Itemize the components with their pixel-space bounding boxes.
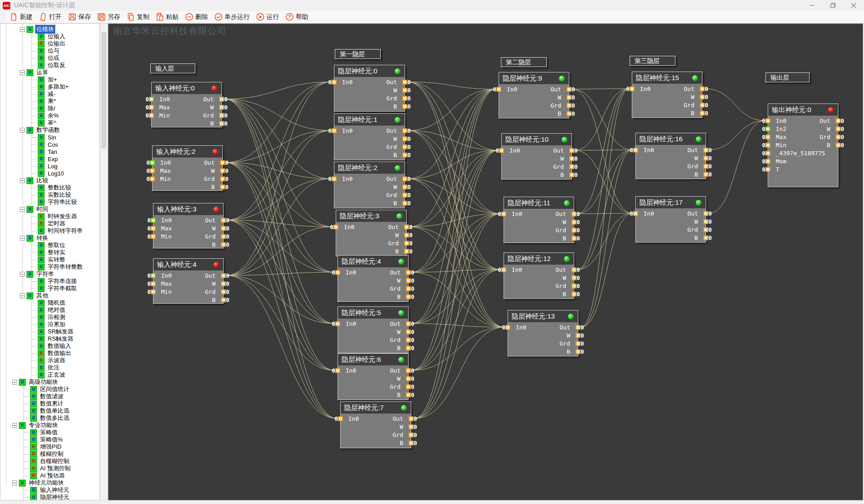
tree-item-沿累加[interactable]: U沿累加 xyxy=(32,321,99,328)
node-隐层神经元:0[interactable]: 隐层神经元:00In00Out0W0Grd0B xyxy=(334,65,405,112)
port-connector[interactable] xyxy=(700,103,705,108)
expand-toggle[interactable] xyxy=(20,178,25,183)
tree-item-加+[interactable]: U加+ xyxy=(32,76,99,83)
port-connector[interactable] xyxy=(404,249,409,254)
tree-item-Tan[interactable]: UTan xyxy=(32,148,99,155)
port-connector[interactable] xyxy=(404,241,409,246)
layer-label-第一隐层[interactable]: 第一隐层 xyxy=(335,49,381,59)
tree-item-专业功能块[interactable]: U专业功能块 xyxy=(0,422,99,429)
expand-toggle[interactable] xyxy=(12,423,17,428)
port-connector[interactable] xyxy=(569,172,574,177)
tree-item-整数比较[interactable]: U整数比较 xyxy=(32,184,99,191)
port-connector[interactable] xyxy=(700,94,705,99)
expand-toggle[interactable] xyxy=(12,380,17,385)
node-隐层神经元:5[interactable]: 隐层神经元:50In00Out0W0Grd0B xyxy=(338,306,409,353)
port-connector[interactable] xyxy=(572,292,576,297)
port-connector[interactable] xyxy=(703,156,708,161)
expand-toggle[interactable] xyxy=(20,272,25,277)
node-隐层神经元:9[interactable]: 隐层神经元:90In00Out0W0Grd0B xyxy=(499,72,569,118)
tree-item-Log10[interactable]: ULog10 xyxy=(32,170,99,177)
tree-item-字符串转整数[interactable]: U字符串转整数 xyxy=(32,263,99,270)
port-connector[interactable] xyxy=(402,176,407,181)
tree-item-字符串连接[interactable]: U字符串连接 xyxy=(32,278,99,285)
delete-button[interactable]: 删除 xyxy=(182,12,211,22)
port-connector[interactable] xyxy=(703,172,708,177)
step-run-button[interactable]: 单步运行 xyxy=(211,12,253,22)
port-connector[interactable] xyxy=(572,212,576,216)
port-connector[interactable] xyxy=(219,97,224,102)
port-connector[interactable] xyxy=(219,105,224,110)
port-connector[interactable] xyxy=(402,193,407,198)
port-connector[interactable] xyxy=(406,278,411,283)
port-connector[interactable] xyxy=(406,338,411,342)
port-connector[interactable] xyxy=(220,184,225,189)
tree-item-策略值[interactable]: U策略值 xyxy=(24,429,99,436)
tree-item-位取反[interactable]: U位取反 xyxy=(32,62,99,69)
port-connector[interactable] xyxy=(221,289,226,294)
expand-toggle[interactable] xyxy=(20,293,25,298)
port-connector[interactable] xyxy=(221,242,226,247)
port-connector[interactable] xyxy=(406,384,411,389)
port-connector[interactable] xyxy=(836,126,841,131)
tree-scrollbar[interactable] xyxy=(100,23,108,500)
port-connector[interactable] xyxy=(221,218,226,223)
port-connector[interactable] xyxy=(576,333,580,338)
tree-item-输入神经元[interactable]: U输入神经元 xyxy=(24,486,99,494)
port-connector[interactable] xyxy=(409,424,414,429)
tree-item-运算[interactable]: U运算 xyxy=(0,69,99,76)
node-输出神经元:0[interactable]: 输出神经元:00In00In20Max0Min0_4397e_51897750M… xyxy=(768,104,838,187)
tree-item-字符串比较[interactable]: U字符串比较 xyxy=(32,198,99,206)
port-connector[interactable] xyxy=(569,148,574,153)
tree-item-高级功能块[interactable]: U高级功能块 xyxy=(0,378,99,386)
tree-item-RS触发器[interactable]: URS触发器 xyxy=(32,335,99,342)
port-connector[interactable] xyxy=(409,441,414,446)
node-隐层神经元:11[interactable]: 隐层神经元:110In00Out0W0Grd0B xyxy=(504,197,574,243)
port-connector[interactable] xyxy=(569,164,574,169)
tree-item-增强PID[interactable]: R增强PID xyxy=(24,443,99,450)
port-connector[interactable] xyxy=(409,416,414,421)
toolbar-gripper[interactable] xyxy=(2,13,4,22)
tree-item-数值多比选[interactable]: U数值多比选 xyxy=(24,414,99,422)
port-connector[interactable] xyxy=(402,153,407,158)
tree-item-位输出[interactable]: R位输出 xyxy=(32,40,99,47)
port-connector[interactable] xyxy=(220,176,225,181)
port-connector[interactable] xyxy=(402,88,407,93)
port-connector[interactable] xyxy=(219,113,224,118)
node-隐层神经元:15[interactable]: 隐层神经元:150In00Out0W0Grd0B xyxy=(632,72,702,118)
tree-item-区间值统计[interactable]: U区间值统计 xyxy=(24,386,99,393)
tree-item-整转实[interactable]: U整转实 xyxy=(32,249,99,256)
layer-label-输入层[interactable]: 输入层 xyxy=(150,63,195,73)
port-connector[interactable] xyxy=(836,118,841,123)
tree-item-随机值[interactable]: U随机值 xyxy=(32,299,99,306)
tree-item-减-[interactable]: U减- xyxy=(32,90,99,98)
tree-item-字符串截取[interactable]: U字符串截取 xyxy=(32,285,99,292)
port-connector[interactable] xyxy=(406,368,411,373)
copy-button[interactable]: 复制 xyxy=(123,12,153,22)
tree-item-除/[interactable]: U除/ xyxy=(32,105,99,112)
port-connector[interactable] xyxy=(572,284,576,288)
tree-item-位输入[interactable]: U位输入 xyxy=(32,33,99,40)
node-隐层神经元:7[interactable]: 隐层神经元:70In00Out0W0Grd0B xyxy=(340,401,411,448)
expand-toggle[interactable] xyxy=(20,27,25,32)
tree-item-AI 预估器[interactable]: RAI 预估器 xyxy=(24,472,99,479)
design-canvas[interactable]: 南京华米云控科技有限公司 输入层第一隐层第二隐层第三隐层输出层输入神经元:00I… xyxy=(108,23,863,500)
layer-label-第三隐层[interactable]: 第三隐层 xyxy=(630,56,675,66)
tree-item-批注[interactable]: U批注 xyxy=(32,364,99,371)
minimize-button[interactable] xyxy=(802,0,823,11)
port-connector[interactable] xyxy=(576,341,580,346)
port-connector[interactable] xyxy=(406,294,411,299)
port-connector[interactable] xyxy=(703,148,708,153)
port-connector[interactable] xyxy=(220,160,225,165)
close-button[interactable] xyxy=(843,0,864,11)
tree-item-时间转字符串[interactable]: U时间转字符串 xyxy=(32,227,99,234)
port-connector[interactable] xyxy=(404,233,409,238)
layer-label-第二隐层[interactable]: 第二隐层 xyxy=(501,57,547,67)
port-connector[interactable] xyxy=(572,236,576,241)
tree-item-Log[interactable]: ULog xyxy=(32,162,99,170)
node-隐层神经元:16[interactable]: 隐层神经元:160In00Out0W0Grd0B xyxy=(635,133,706,179)
tree-item-数值累计[interactable]: U数值累计 xyxy=(24,400,99,407)
port-connector[interactable] xyxy=(221,297,226,302)
port-connector[interactable] xyxy=(576,325,580,330)
open-button[interactable]: 打开 xyxy=(36,12,65,22)
port-connector[interactable] xyxy=(402,104,407,109)
